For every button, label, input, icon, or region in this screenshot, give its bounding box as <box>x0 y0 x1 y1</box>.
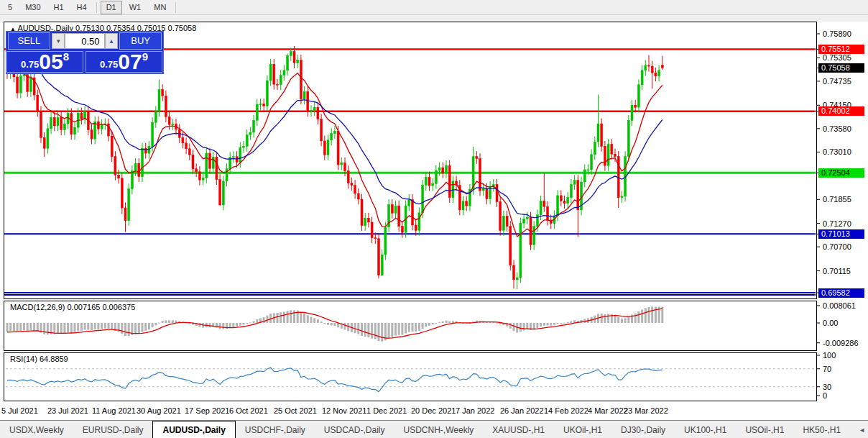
macd-label: MACD(12,26,9) 0.007165 0.006375 <box>10 303 135 311</box>
date-tick-label: 11 Aug 2021 <box>92 406 136 415</box>
tab-dj30-daily[interactable]: DJ30-,Daily <box>611 421 675 438</box>
tab-xauusd-h1[interactable]: XAUUSD-,H1 <box>483 421 554 438</box>
price-level-badge: 0.71013 <box>818 229 864 239</box>
tab-uk100-h1[interactable]: UK100-,H1 <box>675 421 736 438</box>
buy-price-pip: 9 <box>142 52 148 62</box>
date-tick-label: 1 Dec 2021 <box>366 406 407 415</box>
date-tick-label: 17 Sep 2021 <box>185 406 229 415</box>
date-tick-label: 26 Jan 2022 <box>500 406 544 415</box>
toolbar-separator <box>175 2 176 13</box>
price-tick-label: 0.75890 <box>823 29 851 38</box>
price-tick-label: 0.74735 <box>823 77 851 86</box>
tab-hk50-h1[interactable]: HK50-,H1 <box>793 421 850 438</box>
date-tick-label: 25 Oct 2021 <box>274 406 317 415</box>
symbol-tabbar: USDX,WeeklyEURUSD-,DailyAUDUSD-,DailyUSD… <box>0 420 868 438</box>
tab-usdchf-daily[interactable]: USDCHF-,Daily <box>236 421 315 438</box>
rsi-value: 64.8859 <box>40 355 68 363</box>
macd-signal-value: 0.006375 <box>102 303 135 311</box>
buy-button[interactable]: BUY <box>119 32 162 50</box>
date-tick-label: 14 Feb 2022 <box>544 406 588 415</box>
date-tick-label: 23 Jul 2021 <box>47 406 88 415</box>
price-level-badge: 0.69582 <box>818 288 864 298</box>
rsi-tick-label: 30 <box>823 383 831 391</box>
trading-platform-window: 5M30H1H4D1W1MN ▲ AUDUSD-,Daily 0.75130 0… <box>0 0 868 438</box>
price-tick-label: 0.73010 <box>823 147 851 156</box>
date-tick-label: 23 Mar 2022 <box>624 406 668 415</box>
timeframe-button-h1[interactable]: H1 <box>48 1 70 14</box>
date-tick-label: 7 Jan 2022 <box>456 406 494 415</box>
tab-eurusd-daily[interactable]: EURUSD-,Daily <box>73 421 153 438</box>
rsi-tick-label: 100 <box>823 351 836 360</box>
price-level-badge: 0.72504 <box>818 168 864 178</box>
volume-input[interactable]: 0.50 <box>65 33 104 49</box>
price-level-badge: 0.75058 <box>818 63 864 73</box>
rsi-pane[interactable] <box>4 352 817 401</box>
rsi-label: RSI(14) 64.8859 <box>10 355 68 363</box>
price-tick-label: 0.70115 <box>823 267 851 275</box>
rsi-tick-label: 70 <box>823 365 831 373</box>
sell-price-big: 05 <box>39 52 63 72</box>
macd-tick-label: 0.00 <box>823 319 838 327</box>
buy-price-big: 07 <box>118 52 142 72</box>
price-tick-label: 0.71855 <box>823 195 851 204</box>
price-tick-label: 0.75305 <box>823 53 851 62</box>
price-tick-label: 0.73580 <box>823 124 851 133</box>
one-click-trade-panel: SELL ▼ 0.50 ▲ BUY 0.75058 0.75079 <box>6 31 164 74</box>
date-tick-label: 12 Nov 2021 <box>322 406 366 415</box>
tab-usdcad-daily[interactable]: USDCAD-,Daily <box>315 421 394 438</box>
date-tick-label: 4 Mar 2022 <box>588 406 628 415</box>
timeframe-button-mn[interactable]: MN <box>148 1 172 14</box>
buy-price-display[interactable]: 0.75079 <box>86 51 162 73</box>
volume-decrease-button[interactable]: ▼ <box>52 33 65 49</box>
timeframe-button-h4[interactable]: H4 <box>71 1 93 14</box>
tab-scroll-arrows: ◄► <box>850 421 868 438</box>
price-tick-label: 0.71270 <box>823 219 851 228</box>
tab-ukoil-h1[interactable]: UKOil-,H1 <box>554 421 611 438</box>
sell-button[interactable]: SELL <box>8 32 50 50</box>
tab-usdx-weekly[interactable]: USDX,Weekly <box>0 421 73 438</box>
rsi-name: RSI(14) <box>10 355 37 363</box>
date-tick-label: 6 Oct 2021 <box>229 406 268 415</box>
sell-price-display[interactable]: 0.75058 <box>6 51 83 73</box>
rsi-tick-label: 0 <box>823 391 827 400</box>
timeframe-button-5[interactable]: 5 <box>2 1 18 14</box>
date-tick-label: 5 Jul 2021 <box>1 406 38 415</box>
tab-audusd-daily[interactable]: AUDUSD-,Daily <box>152 421 235 438</box>
tab-usdcnh-weekly[interactable]: USDCNH-,Weekly <box>394 421 484 438</box>
tab-scroll-left-icon[interactable]: ◄ <box>859 426 865 434</box>
volume-increase-button[interactable]: ▲ <box>105 33 119 49</box>
macd-tick-label: -0.009286 <box>823 339 859 347</box>
timeframe-button-w1[interactable]: W1 <box>124 1 147 14</box>
timeframe-button-m30[interactable]: M30 <box>19 1 46 14</box>
price-level-badge: 0.74002 <box>818 106 864 116</box>
macd-value: 0.007165 <box>67 303 100 311</box>
timeframe-toolbar: 5M30H1H4D1W1MN <box>0 0 868 15</box>
price-tick-label: 0.70700 <box>823 242 851 251</box>
tab-usoil-h1[interactable]: USOil-,H1 <box>736 421 793 438</box>
sell-price-prefix: 0.75 <box>21 59 39 72</box>
toolbar-separator <box>96 2 97 13</box>
macd-tick-label: 0.008061 <box>823 301 856 310</box>
date-tick-label: 20 Dec 2021 <box>411 406 456 415</box>
chart-close-value: 0.75058 <box>168 24 197 32</box>
price-level-badge: 0.75512 <box>818 45 864 54</box>
buy-price-prefix: 0.75 <box>100 59 118 72</box>
sell-price-pip: 8 <box>63 52 69 62</box>
macd-name: MACD(12,26,9) <box>10 303 65 311</box>
timeframe-button-d1[interactable]: D1 <box>101 1 122 14</box>
date-tick-label: 30 Aug 2021 <box>137 406 181 415</box>
